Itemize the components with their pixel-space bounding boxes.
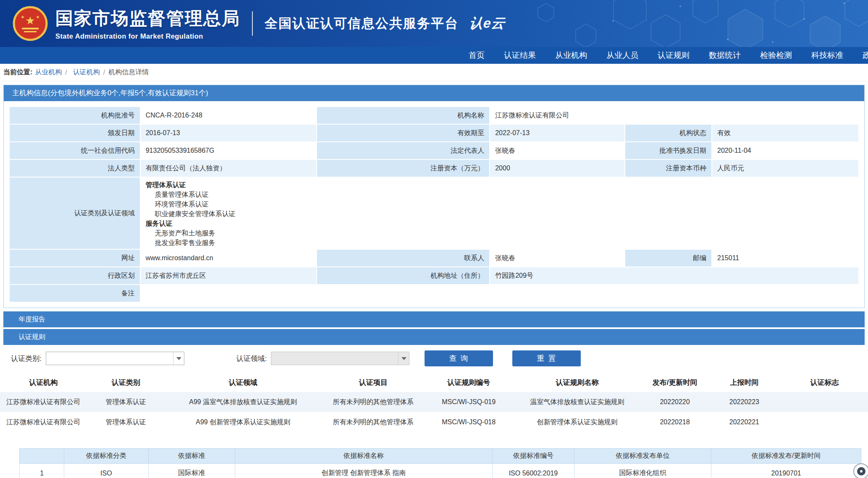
org-info-row: 法人类型 有限责任公司（法人独资） 注册资本（万元） 2000 注册资本币种 人…	[10, 160, 858, 177]
label-legal-rep: 法定代表人	[317, 142, 489, 159]
breadcrumb-separator: /	[103, 69, 105, 76]
scope-item: 无形资产和土地服务	[146, 228, 853, 238]
main-nav: 首页 认证结果 从业机构 从业人员 认证规则 数据统计 检验检测 科技标准 政策…	[0, 47, 868, 64]
cell-standard: 国际标准	[148, 464, 235, 478]
site-header: ★ ★ ★ 国家市场监督管理总局 State Administration fo…	[0, 0, 868, 47]
label-contact: 联系人	[317, 250, 489, 266]
label-region: 行政区划	[10, 267, 140, 284]
label-capital-currency: 注册资本币种	[625, 160, 711, 177]
cell-index: 1	[20, 464, 64, 478]
standards-header-name: 依据标准名称	[235, 449, 493, 464]
value-status: 有效	[712, 125, 858, 141]
label-address: 机构地址（住所）	[317, 267, 489, 284]
breadcrumb-organizations[interactable]: 从业机构	[35, 68, 62, 77]
rules-header-rule-name: 认证规则名称	[512, 373, 642, 392]
label-valid-until: 有效期至	[317, 125, 489, 141]
nav-item-cert-rules[interactable]: 认证规则	[648, 47, 699, 64]
nav-item-home[interactable]: 首页	[459, 47, 494, 64]
value-approval-no: CNCA-R-2016-248	[141, 107, 316, 124]
national-emblem-icon: ★ ★ ★	[13, 6, 48, 41]
cert-rules-table: 认证机构 认证类别 认证领域 认证项目 认证规则编号 认证规则名称 发布/更新时…	[0, 373, 868, 432]
cert-rules-section-bar[interactable]: 认证规则	[3, 329, 865, 345]
value-issue-date: 2016-07-13	[141, 125, 316, 141]
cell-publish-date: 20220218	[642, 412, 708, 432]
value-credit-code: 91320505339165867G	[141, 142, 316, 159]
cell-category: 管理体系认证	[87, 392, 165, 412]
cert-category-select[interactable]	[46, 352, 184, 365]
cell-rule-name: 创新管理体系认证实施规则	[512, 412, 642, 432]
org-info-row: 行政区划 江苏省苏州市虎丘区 机构地址（住所） 竹园路209号	[10, 267, 858, 284]
cell-project: 所有未列明的其他管理体系	[321, 392, 425, 412]
standards-table-row: 1 ISO 国际标准 创新管理 创新管理体系 指南 ISO 56002:2019…	[20, 464, 861, 478]
breadcrumb-separator: /	[65, 69, 67, 76]
breadcrumb: 当前位置: 从业机构 / 认证机构 / 机构信息详情	[0, 64, 868, 81]
chevron-down-icon	[398, 352, 409, 365]
rules-header-publish-date: 发布/更新时间	[642, 373, 708, 392]
cell-issuer: 国际标准化组织	[574, 464, 711, 478]
rules-table-row[interactable]: 江苏微标准认证有限公司 管理体系认证 A99 温室气体排放核查认证实施规则 所有…	[0, 392, 868, 412]
scope-item: 职业健康安全管理体系认证	[146, 209, 853, 219]
label-approval-no: 机构批准号	[10, 107, 140, 124]
svg-text:★: ★	[25, 14, 35, 27]
nav-item-inspection[interactable]: 检验检测	[750, 47, 802, 64]
cell-rule-no: MSC/WI-JSQ-019	[425, 392, 512, 412]
nav-item-organizations[interactable]: 从业机构	[545, 47, 597, 64]
standards-header-number: 依据标准编号	[493, 449, 574, 464]
label-status: 机构状态	[625, 125, 711, 141]
rules-table-row[interactable]: 江苏微标准认证有限公司 管理体系认证 A99 创新管理体系认证实施规则 所有未列…	[0, 412, 868, 432]
org-info-panel-title: 主机构信息(分包境外机构业务0个,年报5个,有效认证规则31个)	[4, 85, 864, 101]
org-info-row: 认证类别及认证领域 管理体系认证 质量管理体系认证 环境管理体系认证 职业健康安…	[10, 178, 858, 249]
rules-header-rule-no: 认证规则编号	[425, 373, 512, 392]
label-postcode: 邮编	[625, 250, 711, 266]
scope-item-clipped: 住宿和餐饮服务	[146, 248, 853, 249]
nav-item-policies[interactable]: 政策法规	[853, 47, 868, 64]
label-credit-code: 统一社会信用代码	[10, 142, 140, 159]
cell-number: ISO 56002:2019	[493, 464, 574, 478]
cell-report-date: 20220223	[708, 392, 781, 412]
cell-name: 创新管理 创新管理体系 指南	[235, 464, 493, 478]
nav-item-personnel[interactable]: 从业人员	[597, 47, 648, 64]
cell-issue-date: 20190701	[711, 464, 861, 478]
nav-item-sci-tech-standards[interactable]: 科技标准	[802, 47, 853, 64]
standards-table: 依据标准分类 依据标准 依据标准名称 依据标准编号 依据标准发布单位 依据标准发…	[19, 448, 861, 478]
value-reg-capital: 2000	[490, 160, 624, 177]
value-capital-currency: 人民币元	[712, 160, 858, 177]
agency-title: 国家市场监督管理总局	[55, 7, 240, 30]
annual-report-section-bar[interactable]: 年度报告	[3, 311, 865, 327]
rules-table-header-row: 认证机构 认证类别 认证领域 认证项目 认证规则编号 认证规则名称 发布/更新时…	[0, 373, 868, 392]
cell-org: 江苏微标准认证有限公司	[0, 392, 87, 412]
rules-header-field: 认证领域	[165, 373, 321, 392]
platform-title: 全国认证认可信息公共服务平台	[265, 15, 459, 32]
value-legal-type: 有限责任公司（法人独资）	[141, 160, 316, 177]
search-button[interactable]: 查 询	[425, 350, 493, 366]
chevron-down-icon	[173, 352, 184, 365]
nav-item-statistics[interactable]: 数据统计	[699, 47, 750, 64]
value-contact: 张晓春	[490, 250, 624, 266]
floating-widget-icon	[857, 467, 865, 475]
cell-publish-date: 20220220	[642, 392, 708, 412]
label-org-name: 机构名称	[317, 107, 489, 124]
rules-header-project: 认证项目	[321, 373, 425, 392]
label-website: 网址	[10, 250, 140, 266]
label-reg-capital: 注册资本（万元）	[317, 160, 489, 177]
value-postcode: 215011	[712, 250, 858, 266]
standards-header-index	[20, 449, 64, 464]
nav-item-cert-results[interactable]: 认证结果	[494, 47, 545, 64]
value-address: 竹园路209号	[490, 267, 858, 284]
rules-header-category: 认证类别	[87, 373, 165, 392]
reset-button[interactable]: 重 置	[512, 350, 581, 366]
label-remark: 备注	[10, 285, 140, 302]
floating-widget-button[interactable]	[853, 463, 868, 478]
org-info-row: 机构批准号 CNCA-R-2016-248 机构名称 江苏微标准认证有限公司	[10, 107, 858, 124]
cell-rule-name: 温室气体排放核查认证实施规则	[512, 392, 642, 412]
standards-header-classification: 依据标准分类	[64, 449, 148, 464]
scope-item: 批发业和零售业服务	[146, 238, 853, 248]
breadcrumb-cert-bodies[interactable]: 认证机构	[73, 68, 100, 77]
value-region: 江苏省苏州市虎丘区	[141, 267, 316, 284]
cell-rule-no: MSC/WI-JSQ-018	[425, 412, 512, 432]
cell-cert-mark	[781, 412, 868, 432]
standards-header-issuer: 依据标准发布单位	[574, 449, 711, 464]
svg-text:★: ★	[21, 15, 25, 19]
cell-cert-mark	[781, 392, 868, 412]
scope-item: 环境管理体系认证	[146, 199, 853, 209]
